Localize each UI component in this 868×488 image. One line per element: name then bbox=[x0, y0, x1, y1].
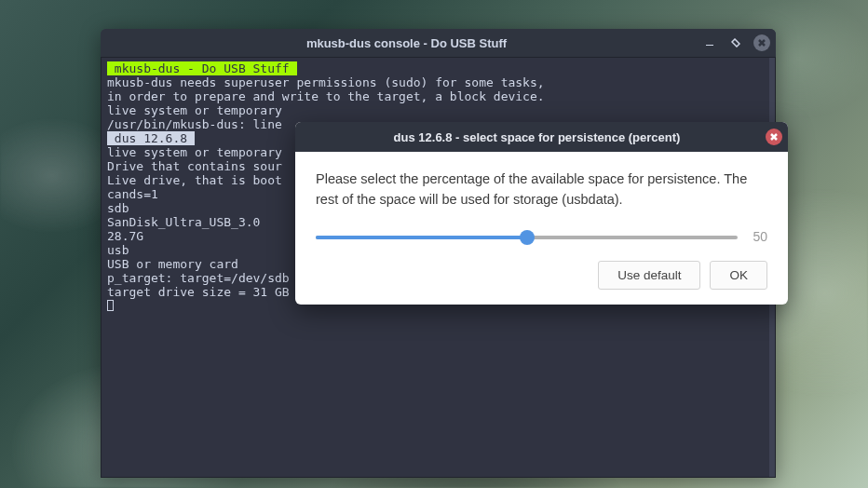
terminal-line: USB or memory card bbox=[107, 257, 238, 271]
terminal-line: usb bbox=[107, 243, 129, 257]
terminal-line: SanDisk_Ultra_USB_3.0 bbox=[107, 215, 260, 229]
slider-row: 50 bbox=[316, 227, 767, 248]
terminal-line: mkusb-dus needs superuser permissions (s… bbox=[107, 75, 545, 89]
slider-fill bbox=[316, 236, 527, 239]
close-button[interactable] bbox=[753, 34, 770, 51]
terminal-title: mkusb-dus console - Do USB Stuff bbox=[112, 36, 701, 50]
terminal-line: cands=1 bbox=[107, 187, 158, 201]
terminal-line: live system or temporary bbox=[107, 103, 282, 117]
dialog-titlebar[interactable]: dus 12.6.8 - select space for persistenc… bbox=[295, 122, 788, 152]
minimize-button[interactable] bbox=[701, 34, 718, 51]
ok-button[interactable]: OK bbox=[710, 261, 767, 290]
dialog-body: Please select the percentage of the avai… bbox=[295, 152, 788, 305]
terminal-line-highlight: mkusb-dus - Do USB Stuff bbox=[107, 61, 297, 75]
terminal-cursor bbox=[107, 300, 114, 311]
slider-thumb[interactable] bbox=[520, 230, 535, 245]
terminal-line: Drive that contains sour bbox=[107, 159, 282, 173]
terminal-line: target drive size = 31 GB bbox=[107, 285, 290, 299]
window-controls bbox=[701, 34, 770, 51]
dialog-close-button[interactable] bbox=[766, 129, 782, 145]
terminal-line: Live drive, that is boot bbox=[107, 173, 282, 187]
dialog-title: dus 12.6.8 - select space for persistenc… bbox=[308, 130, 766, 144]
terminal-line-highlight: dus 12.6.8 bbox=[107, 131, 195, 145]
terminal-line: live system or temporary bbox=[107, 145, 282, 159]
terminal-line: /usr/bin/mkusb-dus: line bbox=[107, 117, 282, 131]
terminal-titlebar[interactable]: mkusb-dus console - Do USB Stuff bbox=[101, 29, 776, 57]
terminal-line: in order to prepare and write to the tar… bbox=[107, 89, 545, 103]
persistence-slider[interactable] bbox=[316, 229, 738, 246]
use-default-button[interactable]: Use default bbox=[598, 261, 700, 290]
persistence-dialog: dus 12.6.8 - select space for persistenc… bbox=[295, 122, 788, 305]
terminal-line: 28.7G bbox=[107, 229, 143, 243]
dialog-button-row: Use default OK bbox=[316, 261, 767, 290]
maximize-button[interactable] bbox=[727, 34, 744, 51]
terminal-line: p_target: target=/dev/sdb bbox=[107, 271, 290, 285]
slider-value-label: 50 bbox=[747, 227, 767, 248]
dialog-message: Please select the percentage of the avai… bbox=[316, 169, 767, 210]
terminal-line: sdb bbox=[107, 201, 129, 215]
